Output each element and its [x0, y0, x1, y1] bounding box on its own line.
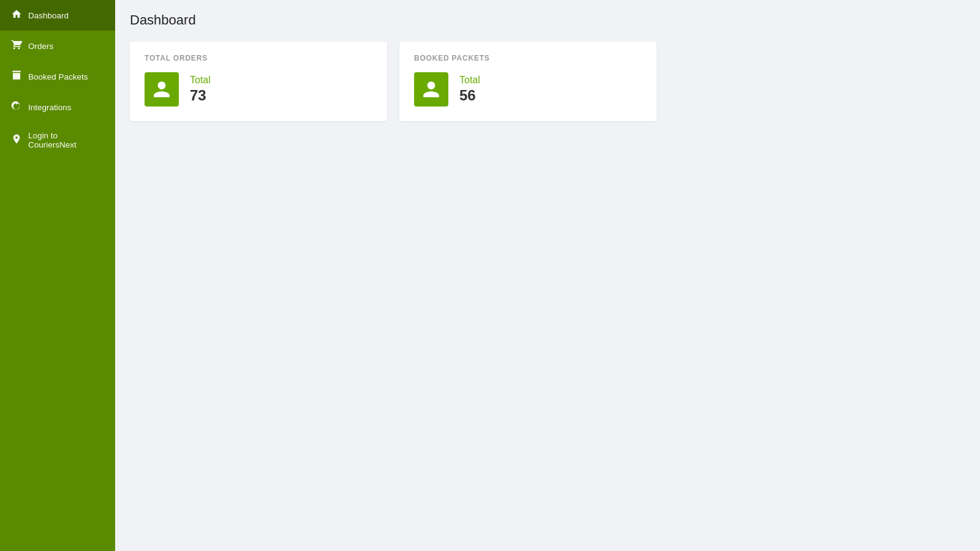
person-icon-2 [421, 80, 441, 99]
sidebar-item-dashboard[interactable]: Dashboard [0, 0, 115, 31]
total-orders-icon-box [145, 72, 179, 107]
home-icon [11, 9, 22, 22]
sidebar-item-booked-packets[interactable]: Booked Packets [0, 61, 115, 92]
total-orders-section-title: TOTAL ORDERS [145, 54, 372, 62]
plug-icon [11, 100, 22, 114]
sidebar-item-orders-label: Orders [28, 42, 53, 51]
location-icon [11, 133, 22, 147]
sidebar-item-integrations-label: Integrations [28, 103, 72, 112]
cards-row: TOTAL ORDERS Total 73 BOOKED PACKETS [130, 42, 965, 121]
sidebar: Dashboard Orders Booked Packets Integrat… [0, 0, 115, 551]
booked-packets-body: Total 56 [414, 72, 642, 107]
booked-packets-label: Total [459, 75, 480, 86]
box-icon [11, 70, 22, 83]
total-orders-body: Total 73 [145, 72, 372, 107]
total-orders-stats: Total 73 [190, 75, 211, 104]
booked-packets-stats: Total 56 [459, 75, 480, 104]
total-orders-value: 73 [190, 87, 211, 104]
sidebar-item-booked-packets-label: Booked Packets [28, 72, 88, 81]
person-icon [152, 80, 172, 99]
main-content: Dashboard TOTAL ORDERS Total 73 BOOKED P… [115, 0, 980, 551]
page-title: Dashboard [130, 12, 965, 28]
sidebar-item-integrations[interactable]: Integrations [0, 92, 115, 122]
sidebar-item-dashboard-label: Dashboard [28, 11, 69, 20]
sidebar-item-login-couriers[interactable]: Login to CouriersNext [0, 122, 115, 158]
booked-packets-icon-box [414, 72, 448, 107]
booked-packets-card: BOOKED PACKETS Total 56 [399, 42, 657, 121]
booked-packets-section-title: BOOKED PACKETS [414, 54, 642, 62]
booked-packets-value: 56 [459, 87, 480, 104]
total-orders-card: TOTAL ORDERS Total 73 [130, 42, 387, 121]
sidebar-item-login-couriers-label: Login to CouriersNext [28, 131, 104, 149]
total-orders-label: Total [190, 75, 211, 86]
cart-icon [11, 39, 22, 53]
sidebar-item-orders[interactable]: Orders [0, 31, 115, 61]
